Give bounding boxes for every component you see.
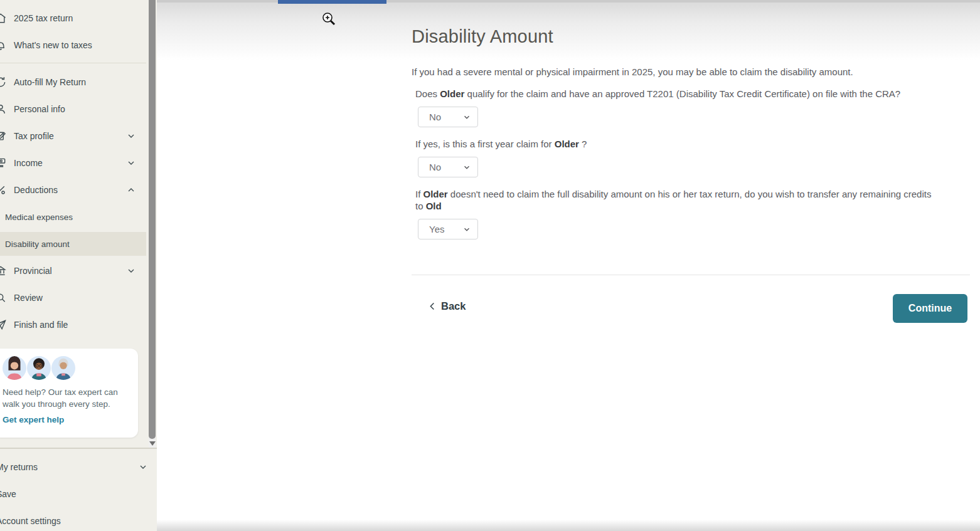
spouse-name: Older [555,139,579,149]
refresh-icon [0,76,7,88]
spouse-name: Older [423,189,448,199]
home-icon [0,12,7,24]
sidebar-bottom-divider [0,448,157,449]
sidebar-item-income[interactable]: Income [0,151,146,175]
sidebar-item-label: Personal info [14,104,65,114]
sidebar-item-provincial[interactable]: Provincial [0,259,146,283]
scrollbar-down-arrow-icon[interactable] [149,441,156,446]
question-3-text: If Older doesn't need to claim the full … [412,188,974,212]
person-icon [0,103,7,115]
money-hand-icon [0,157,7,169]
sidebar-scrollbar-thumb[interactable] [149,0,156,439]
bank-icon [0,265,7,277]
percent-icon [0,184,7,196]
chevron-down-icon [126,158,136,168]
chevron-down-icon [462,225,471,234]
question-1-text: Does Older qualify for the claim and hav… [412,88,974,100]
sidebar-item-save[interactable]: Save [0,482,156,506]
main-content-area: Disability Amount If you had a severe me… [157,0,980,531]
sidebar-subitem-label: Disability amount [5,239,70,249]
send-icon [0,318,7,331]
expert-avatars [3,356,138,380]
chevron-left-icon [428,301,437,312]
sidebar-item-account-settings[interactable]: Account settings [0,509,156,531]
sidebar-item-label: Auto-fill My Return [14,77,86,87]
chevron-down-icon [138,462,148,472]
turbotax-app-window: 2025 tax return What's new to taxes Auto… [0,0,980,531]
intro-text: If you had a severe mental or physical i… [412,66,974,77]
bottom-gradient [157,520,980,531]
sidebar-subitem-label: Medical expenses [5,213,73,222]
expert-help-card: Need help? Our tax expert can walk you t… [0,349,138,438]
get-expert-help-link[interactable]: Get expert help [3,415,64,424]
sidebar-item-tax-profile[interactable]: Tax profile [0,124,146,148]
chevron-down-icon [126,266,136,276]
chevron-up-icon [126,185,136,195]
help-card-text: Need help? Our tax expert can walk you t… [3,386,128,410]
question-3-line-1: If Older doesn't need to claim the full … [415,188,974,200]
zoom-in-cursor-icon [321,11,338,28]
search-document-icon [0,292,7,304]
sidebar-item-2025-tax-return[interactable]: 2025 tax return [0,6,146,30]
sidebar-subitem-medical-expenses[interactable]: Medical expenses [0,205,146,229]
selected-value: No [429,112,441,122]
spouse-name: Older [440,88,464,99]
sidebar-item-label: Finish and file [14,320,68,330]
question-3-line-2: to Old [415,200,974,212]
page-content: Disability Amount If you had a severe me… [412,0,974,323]
chevron-down-icon [462,113,471,122]
sidebar-item-label: Deductions [14,185,58,195]
chevron-down-icon [462,163,471,172]
back-button[interactable]: Back [428,300,466,312]
page-title: Disability Amount [412,26,974,47]
sidebar-item-review[interactable]: Review [0,286,146,310]
sidebar-item-label: Income [14,158,43,168]
pencil-document-icon [0,130,7,142]
back-button-label: Back [441,300,466,312]
sidebar-item-label: Provincial [14,266,52,276]
sidebar-item-label: Save [0,489,16,499]
sidebar-item-whats-new[interactable]: What's new to taxes [0,33,146,57]
sidebar-navigation: 2025 tax return What's new to taxes Auto… [0,0,157,531]
sidebar-item-autofill[interactable]: Auto-fill My Return [0,70,146,94]
sidebar-item-label: Review [14,293,43,303]
continue-button[interactable]: Continue [893,294,967,323]
selected-value: No [429,162,441,172]
sidebar-item-label: Account settings [0,516,61,526]
sidebar-item-personal-info[interactable]: Personal info [0,97,146,121]
expert-avatar-3 [51,356,75,380]
sidebar-item-finish-and-file[interactable]: Finish and file [0,313,146,337]
sidebar-item-deductions[interactable]: Deductions [0,178,146,202]
chevron-down-icon [126,131,136,141]
sidebar-item-label: Tax profile [14,131,54,141]
spouse-name: Old [426,201,442,211]
selected-value: Yes [429,224,444,234]
question-3-select[interactable]: Yes [418,219,478,239]
footer-actions: Back Continue [412,294,974,323]
expert-avatar-1 [3,356,26,380]
question-2-text: If yes, is this a first year claim for O… [412,138,974,150]
progress-bar-segment [278,0,386,4]
bell-icon [0,39,7,51]
expert-avatar-2 [27,356,51,380]
sidebar-item-label: 2025 tax return [14,13,73,23]
question-2-select[interactable]: No [418,157,478,177]
sidebar-subitem-disability-amount[interactable]: Disability amount [0,232,146,256]
sidebar-item-label: What's new to taxes [14,40,92,50]
sidebar-item-label: My returns [0,462,38,472]
content-divider [412,275,970,275]
question-1-select[interactable]: No [418,107,478,127]
sidebar-item-my-returns[interactable]: My returns [0,455,156,479]
sidebar-divider [0,63,146,63]
